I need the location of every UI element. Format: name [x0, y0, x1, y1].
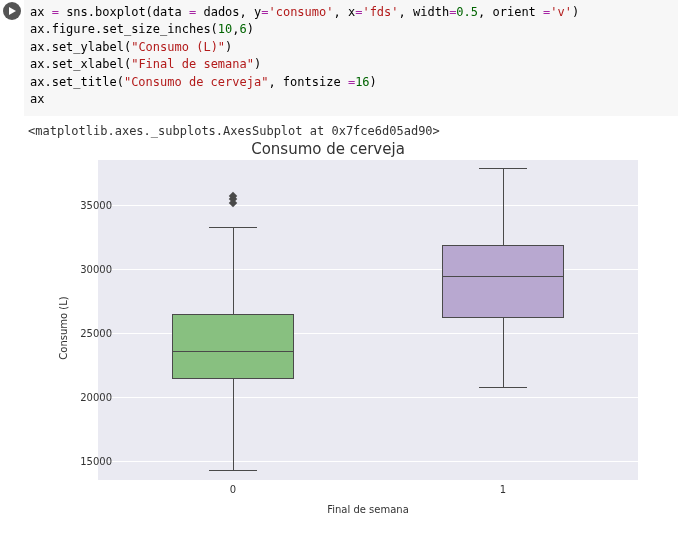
play-icon	[7, 6, 17, 16]
whisker-cap	[479, 387, 528, 388]
code-line-6: ax	[30, 91, 672, 108]
y-tick-label: 15000	[52, 456, 112, 467]
plot-area	[98, 160, 638, 480]
y-tick-label: 20000	[52, 392, 112, 403]
median-line	[442, 276, 564, 277]
gridline	[98, 397, 638, 398]
code-editor[interactable]: ax = sns.boxplot(data = dados, y='consum…	[24, 0, 678, 116]
code-line-5: ax.set_title("Consumo de cerveja", fonts…	[30, 74, 672, 91]
whisker-cap	[209, 227, 258, 228]
y-tick-label: 30000	[52, 264, 112, 275]
code-line-4: ax.set_xlabel("Final de semana")	[30, 56, 672, 73]
code-cell: ax = sns.boxplot(data = dados, y='consum…	[0, 0, 678, 116]
code-line-3: ax.set_ylabel("Consumo (L)")	[30, 39, 672, 56]
chart-output: Consumo de cerveja Consumo (L) Final de …	[0, 140, 678, 515]
svg-marker-0	[9, 7, 16, 15]
whisker-cap	[479, 168, 528, 169]
x-tick-label: 1	[500, 484, 506, 495]
x-axis-label: Final de semana	[98, 504, 638, 515]
whisker	[233, 379, 234, 470]
whisker	[233, 227, 234, 314]
x-tick-label: 0	[230, 484, 236, 495]
median-line	[172, 351, 294, 352]
whisker	[503, 168, 504, 245]
run-cell-button[interactable]	[3, 2, 21, 20]
gridline	[98, 461, 638, 462]
gridline	[98, 205, 638, 206]
whisker	[503, 318, 504, 387]
code-line-1: ax = sns.boxplot(data = dados, y='consum…	[30, 4, 672, 21]
code-line-2: ax.figure.set_size_inches(10,6)	[30, 21, 672, 38]
output-repr: <matplotlib.axes._subplots.AxesSubplot a…	[0, 116, 678, 140]
whisker-cap	[209, 470, 258, 471]
y-tick-label: 25000	[52, 328, 112, 339]
box	[442, 245, 564, 318]
boxplot-chart: Consumo de cerveja Consumo (L) Final de …	[28, 140, 658, 515]
cell-gutter	[0, 0, 24, 20]
box	[172, 314, 294, 379]
chart-title: Consumo de cerveja	[28, 140, 628, 158]
y-tick-label: 35000	[52, 200, 112, 211]
